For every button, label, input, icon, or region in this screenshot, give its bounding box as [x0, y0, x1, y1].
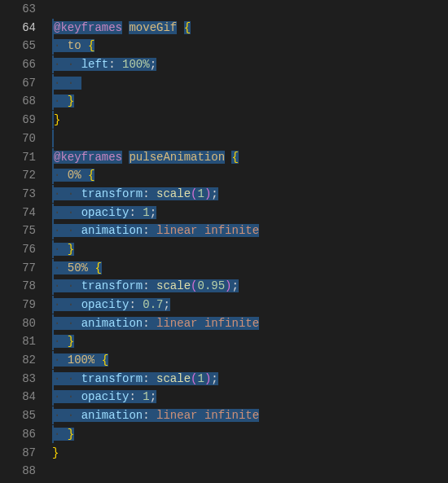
code-line[interactable]: [52, 462, 448, 481]
token-indent: · ·: [54, 224, 81, 237]
token-prop: animation: [81, 317, 143, 330]
token-num: 1: [143, 390, 149, 403]
token-indent: · ·: [54, 317, 81, 330]
token-val: infinite: [204, 224, 259, 237]
token-indent: · ·: [54, 77, 81, 90]
token-prop: opacity: [81, 206, 130, 219]
token-space: [197, 317, 204, 330]
code-line[interactable]: }: [52, 111, 448, 130]
token-punct: :: [143, 279, 149, 292]
line-number: 87: [0, 444, 52, 463]
line-number: 70: [0, 130, 52, 148]
code-line[interactable]: @keyframes pulseAnimation {: [52, 148, 448, 167]
code-line[interactable]: · · transform: scale(0.95);: [52, 277, 448, 296]
token-punct: ;: [150, 58, 156, 71]
code-line[interactable]: · to {: [52, 37, 448, 55]
code-line[interactable]: · }: [52, 425, 448, 444]
token-indent: ·: [54, 335, 68, 348]
token-punct: :: [108, 58, 115, 71]
code-line[interactable]: · · left: 100%;: [52, 55, 448, 74]
code-line[interactable]: · · opacity: 1;: [52, 388, 448, 406]
token-space: [197, 409, 204, 422]
token-indent: · ·: [54, 206, 81, 219]
token-brace: }: [52, 446, 59, 459]
code-line[interactable]: · · opacity: 1;: [52, 204, 448, 222]
token-indent: ·: [54, 261, 68, 274]
token-punct: ;: [211, 372, 217, 385]
token-brace: {: [231, 151, 238, 164]
line-number: 76: [0, 240, 52, 259]
token-punct: :: [143, 372, 149, 385]
line-number: 69: [0, 111, 52, 130]
token-brace: {: [184, 21, 191, 34]
token-space: [150, 409, 156, 422]
token-prop: animation: [81, 409, 143, 422]
token-space: [150, 372, 156, 385]
token-name: pulseAnimation: [129, 151, 225, 164]
token-punct: ;: [211, 187, 217, 200]
token-space: [177, 21, 183, 34]
code-line[interactable]: · }: [52, 240, 448, 259]
code-line[interactable]: · 50% {: [52, 259, 448, 278]
token-indent: · ·: [54, 187, 81, 200]
token-indent: ·: [54, 428, 68, 441]
token-brace: }: [54, 113, 60, 126]
code-line[interactable]: · 0% {: [52, 166, 448, 185]
token-indent: ·: [54, 94, 68, 108]
token-space: [136, 206, 143, 219]
code-area[interactable]: @keyframes moveGif {· to {· · left: 100%…: [52, 0, 448, 483]
token-indent: ·: [54, 39, 68, 52]
token-kw-at: @keyframes: [54, 21, 122, 34]
token-kw-at: @keyframes: [54, 151, 122, 164]
line-number: 86: [0, 425, 52, 444]
token-name: to: [68, 39, 81, 52]
token-punct: :: [129, 206, 135, 219]
code-line[interactable]: · · animation: linear infinite: [52, 222, 448, 240]
token-brace: {: [88, 169, 94, 182]
code-line[interactable]: · 100% {: [52, 351, 448, 370]
token-func: scale: [156, 187, 191, 200]
line-number: 85: [0, 406, 52, 425]
code-line[interactable]: · }: [52, 332, 448, 351]
token-val: linear: [156, 317, 197, 330]
token-prop: transform: [81, 279, 143, 292]
line-number: 63: [0, 0, 52, 19]
line-number: 80: [0, 314, 52, 333]
token-punct: :: [143, 409, 149, 422]
token-space: [136, 298, 143, 311]
code-line[interactable]: · }: [52, 92, 448, 111]
token-brace: {: [102, 353, 108, 367]
code-line[interactable]: · ·: [52, 74, 448, 93]
token-space: [81, 39, 88, 52]
token-indent: · ·: [54, 409, 81, 422]
code-line[interactable]: · · transform: scale(1);: [52, 185, 448, 204]
line-number: 77: [0, 259, 52, 278]
token-paren: ): [225, 279, 231, 292]
code-line[interactable]: }: [52, 444, 448, 463]
token-num: 100%: [122, 58, 150, 71]
token-prop: opacity: [81, 390, 130, 403]
token-prop: animation: [81, 224, 143, 237]
line-number: 83: [0, 370, 52, 389]
code-line[interactable]: · · animation: linear infinite: [52, 314, 448, 333]
token-num: 0.95: [197, 279, 225, 292]
code-line[interactable]: [52, 130, 448, 148]
code-line[interactable]: · · animation: linear infinite: [52, 406, 448, 425]
token-punct: :: [143, 317, 149, 330]
line-number: 65: [0, 37, 52, 55]
token-indent: · ·: [54, 298, 81, 311]
token-space: [150, 317, 156, 330]
token-punct: ;: [150, 206, 156, 219]
line-number: 71: [0, 148, 52, 167]
code-line[interactable]: · · opacity: 0.7;: [52, 296, 448, 314]
token-num: 1: [197, 187, 204, 200]
token-val: infinite: [204, 409, 259, 422]
code-line[interactable]: @keyframes moveGif {: [52, 19, 448, 37]
token-space: [136, 390, 143, 403]
token-indent: · ·: [54, 390, 81, 403]
code-line[interactable]: · · transform: scale(1);: [52, 370, 448, 389]
token-val: infinite: [204, 317, 259, 330]
token-prop: left: [81, 58, 109, 71]
code-line[interactable]: [52, 0, 448, 19]
code-editor[interactable]: 6364656667686970717273747576777879808182…: [0, 0, 448, 483]
